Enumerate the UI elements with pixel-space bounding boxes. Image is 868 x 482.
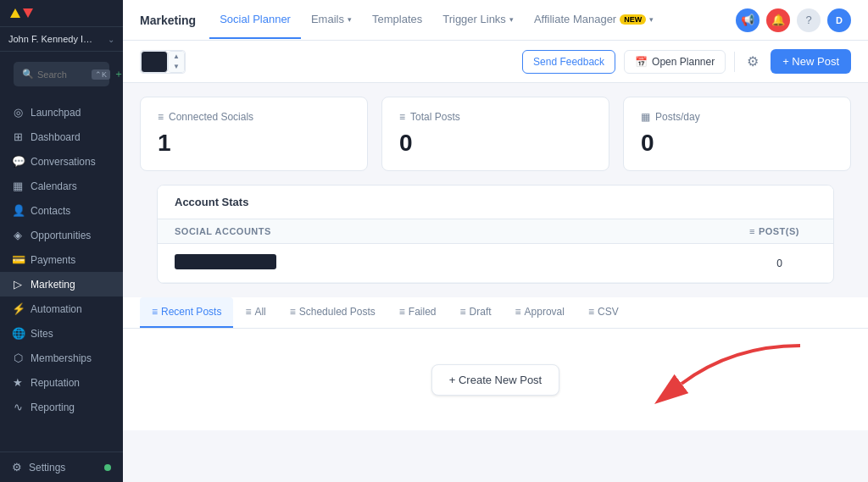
filter-tab-draft[interactable]: ≡ Draft xyxy=(448,297,504,328)
tab-emails[interactable]: Emails ▾ xyxy=(301,1,362,39)
sidebar-item-dashboard[interactable]: ⊞ Dashboard xyxy=(0,125,123,149)
tab-trigger-links[interactable]: Trigger Links ▾ xyxy=(432,1,524,39)
sidebar-item-contacts[interactable]: 👤 Contacts xyxy=(0,198,123,223)
stepper-up-button[interactable]: ▲ xyxy=(169,52,184,62)
connected-socials-label: Connected Socials xyxy=(169,111,253,123)
scheduled-icon: ≡ xyxy=(290,306,296,318)
account-posts-cell: 0 xyxy=(545,244,833,283)
search-icon: 🔍 xyxy=(22,69,34,80)
sidebar-item-calendars[interactable]: ▦ Calendars xyxy=(0,174,123,198)
reputation-icon: ★ xyxy=(12,376,24,389)
posts-col-icon: ≡ xyxy=(749,226,755,236)
marketing-icon: ▷ xyxy=(12,278,24,291)
memberships-icon: ⬡ xyxy=(12,352,24,364)
help-icon-btn[interactable]: ? xyxy=(797,8,821,32)
sidebar-item-label: Reputation xyxy=(31,377,80,389)
color-picker-button[interactable] xyxy=(141,51,168,73)
notifications-icon-btn[interactable]: 📢 xyxy=(736,8,760,32)
stepper-control: ▲ ▼ xyxy=(168,51,185,73)
account-name-label: John F. Kennedy Internati... xyxy=(8,34,93,44)
sidebar-item-opportunities[interactable]: ◈ Opportunities xyxy=(0,223,123,247)
settings-label[interactable]: Settings xyxy=(29,462,65,474)
sidebar-nav: ◎ Launchpad ⊞ Dashboard 💬 Conversations … xyxy=(0,97,123,452)
filter-tab-csv[interactable]: ≡ CSV xyxy=(576,297,631,328)
sidebar-item-label: Payments xyxy=(31,254,75,266)
divider xyxy=(734,52,735,72)
stats-row: ≡ Connected Socials 1 ≡ Total Posts 0 ▦ … xyxy=(123,83,868,185)
search-input[interactable] xyxy=(37,69,88,80)
posts-day-icon: ▦ xyxy=(641,111,650,123)
user-avatar[interactable]: D xyxy=(827,8,851,32)
sidebar-item-memberships[interactable]: ⬡ Memberships xyxy=(0,346,123,370)
calendars-icon: ▦ xyxy=(12,180,24,192)
sidebar-item-launchpad[interactable]: ◎ Launchpad xyxy=(0,100,123,125)
settings-icon: ⚙ xyxy=(12,461,22,474)
stat-card-posts-day: ▦ Posts/day 0 xyxy=(623,97,851,171)
posts-day-label: Posts/day xyxy=(655,111,700,123)
tab-affiliate-manager[interactable]: Affiliate Manager NEW ▾ xyxy=(524,1,664,39)
stat-card-total-posts: ≡ Total Posts 0 xyxy=(381,97,609,171)
social-accounts-col-header: SOCIAL ACCOUNTS xyxy=(158,219,545,244)
empty-state: + Create New Post xyxy=(415,330,576,429)
conversations-icon: 💬 xyxy=(12,155,24,168)
sidebar-footer: ⚙ Settings xyxy=(0,452,123,482)
sidebar-item-conversations[interactable]: 💬 Conversations xyxy=(0,149,123,174)
filter-tabs-row: ≡ Recent Posts ≡ All ≡ Scheduled Posts ≡… xyxy=(123,297,868,329)
recent-posts-icon: ≡ xyxy=(152,306,158,318)
search-bar[interactable]: 🔍 ⌃K ＋ xyxy=(14,62,109,86)
tab-templates[interactable]: Templates xyxy=(362,1,432,39)
filter-tab-approval[interactable]: ≡ Approval xyxy=(504,297,576,328)
account-stats-table: SOCIAL ACCOUNTS ≡ POST(S) xyxy=(158,219,833,283)
sidebar-item-label: Reporting xyxy=(31,402,75,413)
dashboard-icon: ⊞ xyxy=(12,130,24,143)
csv-icon: ≡ xyxy=(588,306,594,318)
page-title: Marketing xyxy=(140,14,196,27)
empty-state-area: + Create New Post xyxy=(123,329,868,430)
create-new-post-button[interactable]: + Create New Post xyxy=(431,364,559,396)
payments-icon: 💳 xyxy=(12,253,24,266)
settings-gear-button[interactable]: ⚙ xyxy=(743,50,762,73)
chevron-down-icon: ▾ xyxy=(509,15,514,24)
new-post-button[interactable]: + New Post xyxy=(771,49,851,74)
account-stats-title: Account Stats xyxy=(158,186,833,219)
sidebar-item-marketing[interactable]: ▷ Marketing xyxy=(0,272,123,296)
calendar-icon: 📅 xyxy=(635,56,648,68)
sidebar-item-label: Automation xyxy=(31,303,82,315)
filter-tab-all[interactable]: ≡ All xyxy=(233,297,277,328)
chevron-down-icon: ▾ xyxy=(649,15,654,24)
sidebar-item-label: Calendars xyxy=(31,180,77,192)
sidebar: John F. Kennedy Internati... ⌄ 🔍 ⌃K ＋ ◎ … xyxy=(0,0,123,482)
tab-social-planner[interactable]: Social Planner xyxy=(209,1,301,39)
sidebar-logo xyxy=(0,0,123,27)
sidebar-item-label: Opportunities xyxy=(31,230,91,241)
approval-icon: ≡ xyxy=(515,306,521,318)
connected-socials-icon: ≡ xyxy=(158,111,164,123)
sidebar-item-label: Marketing xyxy=(31,279,75,291)
top-header: Marketing Social Planner Emails ▾ Templa… xyxy=(123,0,868,41)
sidebar-item-reputation[interactable]: ★ Reputation xyxy=(0,370,123,395)
draft-icon: ≡ xyxy=(460,306,466,318)
chevron-down-icon: ▾ xyxy=(348,15,352,24)
account-name-cell xyxy=(158,244,545,283)
stepper-down-button[interactable]: ▼ xyxy=(169,62,184,72)
reporting-icon: ∿ xyxy=(12,401,24,413)
sidebar-item-label: Launchpad xyxy=(31,107,81,119)
sidebar-item-payments[interactable]: 💳 Payments xyxy=(0,247,123,272)
sidebar-item-sites[interactable]: 🌐 Sites xyxy=(0,321,123,346)
alert-icon-btn[interactable]: 🔔 xyxy=(766,8,790,32)
header-nav: Marketing Social Planner Emails ▾ Templa… xyxy=(140,1,664,39)
total-posts-icon: ≡ xyxy=(399,111,405,123)
send-feedback-button[interactable]: Send Feedback xyxy=(522,50,615,74)
filter-tab-scheduled-posts[interactable]: ≡ Scheduled Posts xyxy=(278,297,387,328)
sidebar-item-automation[interactable]: ⚡ Automation xyxy=(0,296,123,321)
open-planner-button[interactable]: 📅 Open Planner xyxy=(624,50,726,74)
account-selector[interactable]: John F. Kennedy Internati... ⌄ xyxy=(0,27,123,52)
content-toolbar: ▲ ▼ Send Feedback 📅 Open Planner ⚙ + New… xyxy=(123,41,868,83)
filter-tab-recent-posts[interactable]: ≡ Recent Posts xyxy=(140,297,233,328)
stat-card-connected-socials: ≡ Connected Socials 1 xyxy=(140,97,368,171)
sidebar-item-reporting[interactable]: ∿ Reporting xyxy=(0,395,123,419)
filter-tab-failed[interactable]: ≡ Failed xyxy=(387,297,448,328)
contacts-icon: 👤 xyxy=(12,204,24,217)
filter-section: ≡ Recent Posts ≡ All ≡ Scheduled Posts ≡… xyxy=(123,297,868,444)
sidebar-item-label: Sites xyxy=(31,328,53,340)
